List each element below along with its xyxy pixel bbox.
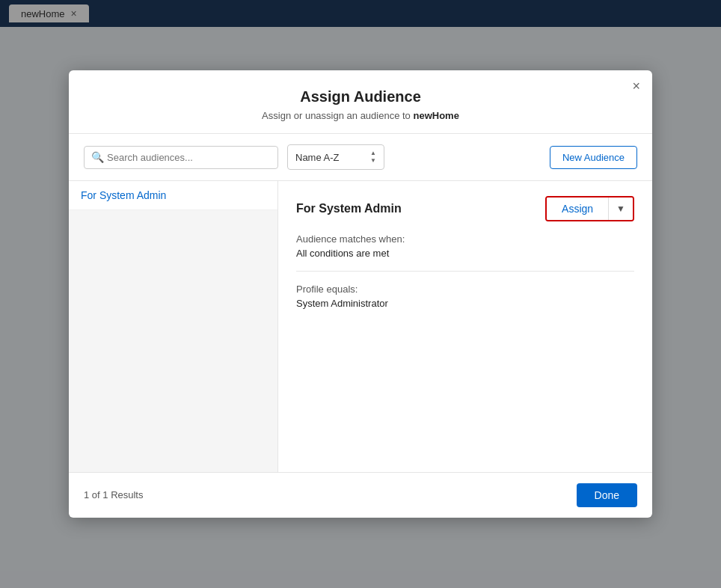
profile-section: Profile equals: System Administrator (296, 284, 634, 309)
modal-subtitle: Assign or unassign an audience to newHom… (87, 110, 634, 121)
search-input[interactable] (84, 146, 278, 169)
modal-header: Assign Audience Assign or unassign an au… (69, 70, 652, 134)
modal-footer: 1 of 1 Results Done (69, 472, 652, 518)
modal-body: For System Admin For System Admin Assign… (69, 181, 652, 472)
done-button[interactable]: Done (577, 483, 637, 507)
assign-button-group: Assign ▼ (545, 196, 634, 221)
new-audience-button[interactable]: New Audience (550, 146, 637, 169)
profile-value: System Administrator (296, 298, 634, 309)
detail-header: For System Admin Assign ▼ (296, 196, 634, 221)
detail-title: For System Admin (296, 202, 402, 215)
detail-divider (296, 271, 634, 272)
subtitle-prefix: Assign or unassign an audience to (262, 110, 413, 121)
matches-section: Audience matches when: All conditions ar… (296, 233, 634, 259)
audience-list-empty-area (69, 210, 277, 472)
assign-audience-modal: Assign Audience Assign or unassign an au… (69, 70, 652, 517)
sort-arrows-icon: ▲ ▼ (370, 150, 376, 164)
audience-list-item[interactable]: For System Admin (69, 181, 277, 210)
matches-value: All conditions are met (296, 248, 634, 259)
audience-list-panel: For System Admin (69, 181, 278, 472)
subtitle-target: newHome (413, 110, 458, 121)
audience-detail-panel: For System Admin Assign ▼ Audience match… (278, 181, 652, 472)
modal-close-button[interactable]: × (632, 79, 640, 93)
audience-link[interactable]: For System Admin (81, 189, 166, 201)
modal-title: Assign Audience (87, 88, 634, 105)
search-wrapper: 🔍 (84, 146, 278, 169)
assign-button[interactable]: Assign (547, 197, 608, 220)
modal-overlay: Assign Audience Assign or unassign an au… (0, 0, 721, 588)
modal-toolbar: 🔍 Name A-Z ▲ ▼ New Audience (69, 134, 652, 180)
sort-label: Name A-Z (295, 152, 340, 163)
assign-dropdown-button[interactable]: ▼ (608, 197, 633, 220)
sort-dropdown[interactable]: Name A-Z ▲ ▼ (287, 144, 384, 169)
matches-label: Audience matches when: (296, 233, 634, 245)
search-icon: 🔍 (91, 151, 104, 163)
results-count: 1 of 1 Results (84, 489, 144, 500)
profile-label: Profile equals: (296, 284, 634, 295)
